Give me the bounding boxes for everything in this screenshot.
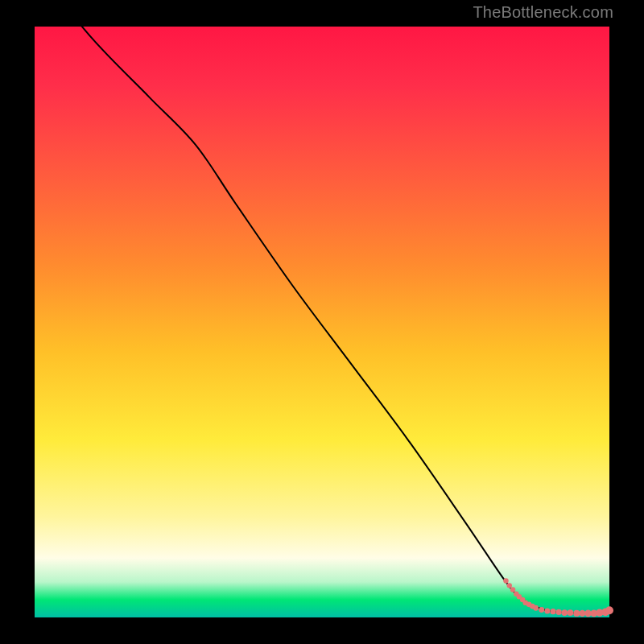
scatter-point bbox=[503, 578, 508, 583]
watermark-text: TheBottleneck.com bbox=[473, 3, 613, 22]
scatter-point bbox=[510, 587, 515, 592]
scatter-point bbox=[507, 583, 512, 588]
scatter-point bbox=[544, 608, 550, 613]
scatter-point bbox=[533, 605, 539, 611]
scatter-point bbox=[605, 606, 613, 614]
scatter-point bbox=[562, 609, 568, 616]
chart-curve bbox=[35, 0, 609, 613]
scatter-point bbox=[573, 610, 580, 617]
scatter-point bbox=[568, 609, 574, 616]
scatter-point bbox=[555, 609, 561, 615]
scatter-point bbox=[539, 607, 544, 613]
chart-scatter-points bbox=[503, 578, 613, 617]
plot-area bbox=[35, 27, 609, 617]
chart-frame: TheBottleneck.com bbox=[0, 0, 644, 644]
scatter-point bbox=[550, 609, 555, 614]
chart-overlay-svg bbox=[35, 27, 609, 617]
